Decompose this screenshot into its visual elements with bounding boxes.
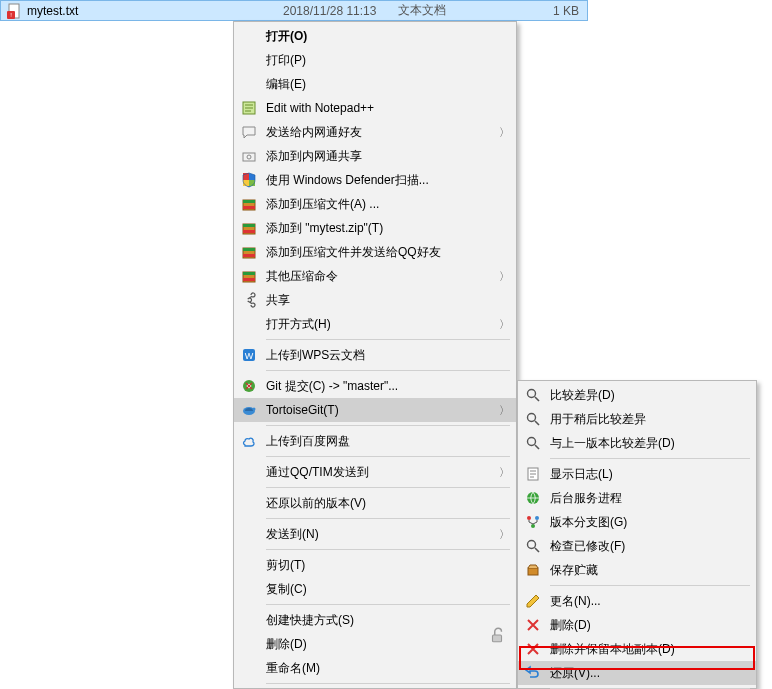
menu-copy[interactable]: 复制(C) xyxy=(234,577,516,601)
label-rename: 重命名(M) xyxy=(260,660,510,677)
file-name: mytest.txt xyxy=(23,4,283,18)
menu-baidu-pan[interactable]: 上传到百度网盘 xyxy=(234,429,516,453)
blank-icon xyxy=(238,461,260,483)
separator xyxy=(266,518,510,519)
label-send-friend: 发送给内网通好友 xyxy=(260,124,496,141)
svg-rect-4 xyxy=(243,153,255,161)
label-edit: 编辑(E) xyxy=(260,76,510,93)
submenu-revert[interactable]: 还原(V)... xyxy=(518,661,756,685)
menu-add-archive-send-qq[interactable]: 添加到压缩文件并发送给QQ好友 xyxy=(234,240,516,264)
menu-delete[interactable]: 删除(D) xyxy=(234,632,516,656)
label-qq-tim: 通过QQ/TIM发送到 xyxy=(260,464,496,481)
archive-icon xyxy=(238,217,260,239)
baidu-icon xyxy=(238,430,260,452)
label-diff-later: 用于稍后比较差异 xyxy=(544,411,750,428)
svg-point-26 xyxy=(253,408,256,411)
submenu-branch-graph[interactable]: 版本分支图(G) xyxy=(518,510,756,534)
svg-rect-27 xyxy=(493,635,502,642)
menu-git-commit[interactable]: Git 提交(C) -> "master"... xyxy=(234,374,516,398)
label-copy: 复制(C) xyxy=(260,581,510,598)
blank-icon xyxy=(238,657,260,679)
submenu-log[interactable]: 显示日志(L) xyxy=(518,462,756,486)
context-menu: 打开(O) 打印(P) 编辑(E) Edit with Notepad++ 发送… xyxy=(233,21,517,689)
svg-rect-16 xyxy=(243,248,255,251)
submenu-daemon[interactable]: 后台服务进程 xyxy=(518,486,756,510)
svg-point-33 xyxy=(527,516,531,520)
submenu-check-mod[interactable]: 检查已修改(F) xyxy=(518,534,756,558)
label-branch-graph: 版本分支图(G) xyxy=(544,514,750,531)
label-share: 共享 xyxy=(260,292,510,309)
label-add-archive: 添加到压缩文件(A) ... xyxy=(260,196,510,213)
menu-send-qq-tim[interactable]: 通过QQ/TIM发送到 〉 xyxy=(234,460,516,484)
menu-defender-scan[interactable]: 使用 Windows Defender扫描... xyxy=(234,168,516,192)
chat-icon xyxy=(238,121,260,143)
archive-icon xyxy=(238,193,260,215)
submenu-diff-prev[interactable]: 与上一版本比较差异(D) xyxy=(518,431,756,455)
menu-add-intranet-share[interactable]: 添加到内网通共享 xyxy=(234,144,516,168)
label-daemon: 后台服务进程 xyxy=(544,490,750,507)
menu-print[interactable]: 打印(P) xyxy=(234,48,516,72)
menu-share[interactable]: 共享 xyxy=(234,288,516,312)
menu-create-shortcut[interactable]: 创建快捷方式(S) xyxy=(234,608,516,632)
submenu-diff-later[interactable]: 用于稍后比较差异 xyxy=(518,407,756,431)
svg-point-5 xyxy=(247,155,251,159)
blank-icon xyxy=(238,313,260,335)
tortoisegit-submenu: 比较差异(D) 用于稍后比较差异 与上一版本比较差异(D) 显示日志(L) 后台… xyxy=(517,380,757,689)
menu-send-to[interactable]: 发送到(N) 〉 xyxy=(234,522,516,546)
menu-open-with[interactable]: 打开方式(H) 〉 xyxy=(234,312,516,336)
menu-other-zip[interactable]: 其他压缩命令 〉 xyxy=(234,264,516,288)
menu-notepadpp[interactable]: Edit with Notepad++ xyxy=(234,96,516,120)
menu-restore-previous[interactable]: 还原以前的版本(V) xyxy=(234,491,516,515)
menu-rename[interactable]: 重命名(M) xyxy=(234,656,516,680)
label-delete: 删除(D) xyxy=(260,636,510,653)
git-commit-icon xyxy=(238,375,260,397)
blank-icon xyxy=(238,49,260,71)
separator xyxy=(266,487,510,488)
file-row[interactable]: ! mytest.txt 2018/11/28 11:13 文本文档 1 KB xyxy=(0,0,588,21)
label-log: 显示日志(L) xyxy=(544,466,750,483)
separator xyxy=(266,456,510,457)
submenu-stash[interactable]: 保存贮藏 xyxy=(518,558,756,582)
delete-x-icon xyxy=(522,614,544,636)
archive-icon xyxy=(238,241,260,263)
share-icon xyxy=(238,289,260,311)
menu-wps-cloud[interactable]: W 上传到WPS云文档 xyxy=(234,343,516,367)
label-tortoisegit: TortoiseGit(T) xyxy=(260,403,496,417)
submenu-delete[interactable]: 删除(D) xyxy=(518,613,756,637)
menu-tortoisegit[interactable]: TortoiseGit(T) 〉 xyxy=(234,398,516,422)
globe-icon xyxy=(522,487,544,509)
menu-edit[interactable]: 编辑(E) xyxy=(234,72,516,96)
menu-open[interactable]: 打开(O) xyxy=(234,24,516,48)
svg-rect-13 xyxy=(243,224,255,227)
notepadpp-icon xyxy=(238,97,260,119)
separator xyxy=(266,339,510,340)
chevron-right-icon: 〉 xyxy=(496,465,510,480)
log-icon xyxy=(522,463,544,485)
padlock-icon xyxy=(488,626,508,646)
label-delete2: 删除(D) xyxy=(544,617,750,634)
submenu-delete-keep[interactable]: 删除并保留本地副本(D) xyxy=(518,637,756,661)
separator xyxy=(266,425,510,426)
magnifier-icon xyxy=(522,384,544,406)
label-cut: 剪切(T) xyxy=(260,557,510,574)
submenu-rename[interactable]: 更名(N)... xyxy=(518,589,756,613)
chevron-right-icon: 〉 xyxy=(496,527,510,542)
label-baidu: 上传到百度网盘 xyxy=(260,433,510,450)
label-add-send-qq: 添加到压缩文件并发送给QQ好友 xyxy=(260,244,510,261)
svg-point-35 xyxy=(531,524,535,528)
svg-point-29 xyxy=(528,414,536,422)
separator xyxy=(550,458,750,459)
separator xyxy=(550,585,750,586)
menu-send-intranet-friend[interactable]: 发送给内网通好友 〉 xyxy=(234,120,516,144)
separator xyxy=(266,549,510,550)
branch-icon xyxy=(522,511,544,533)
submenu-diff[interactable]: 比较差异(D) xyxy=(518,383,756,407)
svg-rect-11 xyxy=(243,206,255,209)
menu-add-zip[interactable]: 添加到 "mytest.zip"(T) xyxy=(234,216,516,240)
file-date: 2018/11/28 11:13 xyxy=(283,4,398,18)
file-icon: ! xyxy=(5,2,23,20)
magnifier-icon xyxy=(522,432,544,454)
label-diff-prev: 与上一版本比较差异(D) xyxy=(544,435,750,452)
menu-cut[interactable]: 剪切(T) xyxy=(234,553,516,577)
menu-add-archive[interactable]: 添加到压缩文件(A) ... xyxy=(234,192,516,216)
